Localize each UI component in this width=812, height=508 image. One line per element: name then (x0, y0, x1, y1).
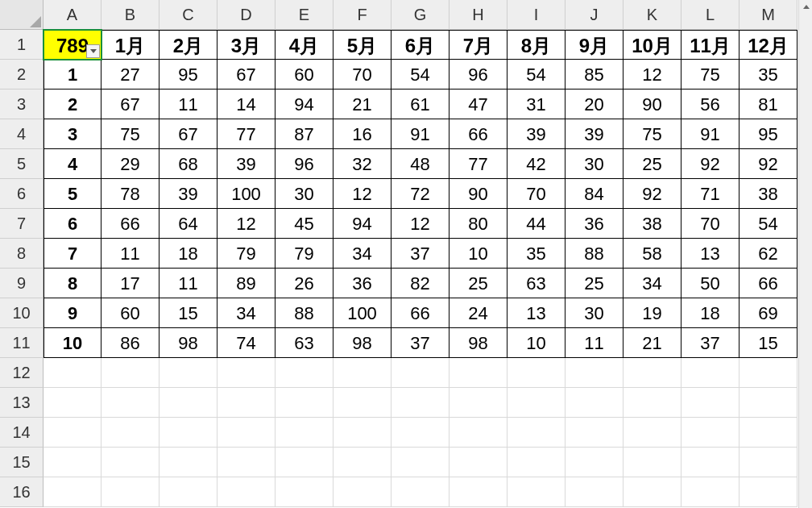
data-cell[interactable]: 37 (682, 328, 740, 358)
data-cell[interactable]: 88 (276, 298, 334, 328)
row-label[interactable]: 10 (44, 328, 102, 358)
empty-cell[interactable] (44, 448, 102, 477)
data-cell[interactable]: 66 (450, 119, 508, 149)
month-header[interactable]: 10月 (624, 30, 682, 60)
row-header[interactable]: 8 (0, 239, 44, 269)
data-cell[interactable]: 70 (508, 179, 566, 209)
month-header[interactable]: 12月 (740, 30, 798, 60)
data-cell[interactable]: 79 (276, 239, 334, 269)
data-cell[interactable]: 11 (160, 269, 218, 298)
data-cell[interactable]: 95 (740, 119, 798, 149)
empty-cell[interactable] (334, 388, 392, 418)
empty-cell[interactable] (44, 388, 102, 418)
empty-cell[interactable] (740, 448, 798, 477)
empty-cell[interactable] (508, 358, 566, 388)
empty-cell[interactable] (334, 448, 392, 477)
empty-cell[interactable] (682, 477, 740, 507)
empty-cell[interactable] (218, 388, 276, 418)
row-header[interactable]: 13 (0, 388, 44, 418)
empty-cell[interactable] (450, 448, 508, 477)
data-cell[interactable]: 16 (334, 119, 392, 149)
data-cell[interactable]: 30 (276, 179, 334, 209)
data-cell[interactable]: 71 (682, 179, 740, 209)
row-header[interactable]: 5 (0, 149, 44, 179)
data-cell[interactable]: 75 (102, 119, 160, 149)
empty-cell[interactable] (450, 388, 508, 418)
data-cell[interactable]: 91 (392, 119, 450, 149)
data-cell[interactable]: 36 (566, 209, 624, 239)
data-cell[interactable]: 79 (218, 239, 276, 269)
data-cell[interactable]: 39 (218, 149, 276, 179)
data-cell[interactable]: 100 (334, 298, 392, 328)
data-cell[interactable]: 34 (218, 298, 276, 328)
empty-cell[interactable] (624, 477, 682, 507)
empty-cell[interactable] (624, 448, 682, 477)
data-cell[interactable]: 18 (160, 239, 218, 269)
data-cell[interactable]: 54 (392, 60, 450, 90)
data-cell[interactable]: 70 (682, 209, 740, 239)
data-cell[interactable]: 18 (682, 298, 740, 328)
data-cell[interactable]: 38 (624, 209, 682, 239)
empty-cell[interactable] (392, 448, 450, 477)
column-header[interactable]: F (334, 0, 392, 30)
data-cell[interactable]: 35 (508, 239, 566, 269)
column-header[interactable]: M (740, 0, 798, 30)
data-cell[interactable]: 34 (334, 239, 392, 269)
data-cell[interactable]: 68 (160, 149, 218, 179)
data-cell[interactable]: 36 (334, 269, 392, 298)
empty-cell[interactable] (392, 358, 450, 388)
data-cell[interactable]: 77 (218, 119, 276, 149)
data-cell[interactable]: 13 (508, 298, 566, 328)
data-cell[interactable]: 98 (160, 328, 218, 358)
column-header[interactable]: H (450, 0, 508, 30)
empty-cell[interactable] (392, 477, 450, 507)
data-cell[interactable]: 56 (682, 90, 740, 119)
data-cell[interactable]: 87 (276, 119, 334, 149)
data-cell[interactable]: 38 (740, 179, 798, 209)
empty-cell[interactable] (740, 358, 798, 388)
data-cell[interactable]: 21 (624, 328, 682, 358)
empty-cell[interactable] (566, 358, 624, 388)
column-header[interactable]: K (624, 0, 682, 30)
empty-cell[interactable] (740, 477, 798, 507)
data-cell[interactable]: 86 (102, 328, 160, 358)
empty-cell[interactable] (450, 418, 508, 448)
empty-cell[interactable] (334, 418, 392, 448)
column-header[interactable]: A (44, 0, 102, 30)
cell-a1-selected[interactable]: 789 (44, 30, 102, 60)
data-cell[interactable]: 96 (450, 60, 508, 90)
data-cell[interactable]: 90 (624, 90, 682, 119)
column-header[interactable]: L (682, 0, 740, 30)
empty-cell[interactable] (160, 358, 218, 388)
month-header[interactable]: 8月 (508, 30, 566, 60)
empty-cell[interactable] (334, 477, 392, 507)
data-cell[interactable]: 98 (334, 328, 392, 358)
month-header[interactable]: 3月 (218, 30, 276, 60)
data-cell[interactable]: 39 (508, 119, 566, 149)
empty-cell[interactable] (566, 448, 624, 477)
data-cell[interactable]: 30 (566, 298, 624, 328)
row-label[interactable]: 9 (44, 298, 102, 328)
data-cell[interactable]: 12 (218, 209, 276, 239)
empty-cell[interactable] (682, 448, 740, 477)
row-header[interactable]: 6 (0, 179, 44, 209)
empty-cell[interactable] (102, 448, 160, 477)
data-cell[interactable]: 94 (334, 209, 392, 239)
empty-cell[interactable] (682, 418, 740, 448)
data-cell[interactable]: 84 (566, 179, 624, 209)
data-cell[interactable]: 61 (392, 90, 450, 119)
data-cell[interactable]: 100 (218, 179, 276, 209)
data-cell[interactable]: 74 (218, 328, 276, 358)
data-cell[interactable]: 91 (682, 119, 740, 149)
scroll-up-arrow-icon[interactable] (799, 0, 812, 14)
data-cell[interactable]: 62 (740, 239, 798, 269)
data-cell[interactable]: 24 (450, 298, 508, 328)
empty-cell[interactable] (682, 358, 740, 388)
spreadsheet-grid[interactable]: ABCDEFGHIJKLM17891月2月3月4月5月6月7月8月9月10月11… (0, 0, 812, 507)
column-header[interactable]: D (218, 0, 276, 30)
data-cell[interactable]: 15 (740, 328, 798, 358)
data-cell[interactable]: 75 (682, 60, 740, 90)
data-cell[interactable]: 66 (740, 269, 798, 298)
month-header[interactable]: 11月 (682, 30, 740, 60)
column-header[interactable]: J (566, 0, 624, 30)
